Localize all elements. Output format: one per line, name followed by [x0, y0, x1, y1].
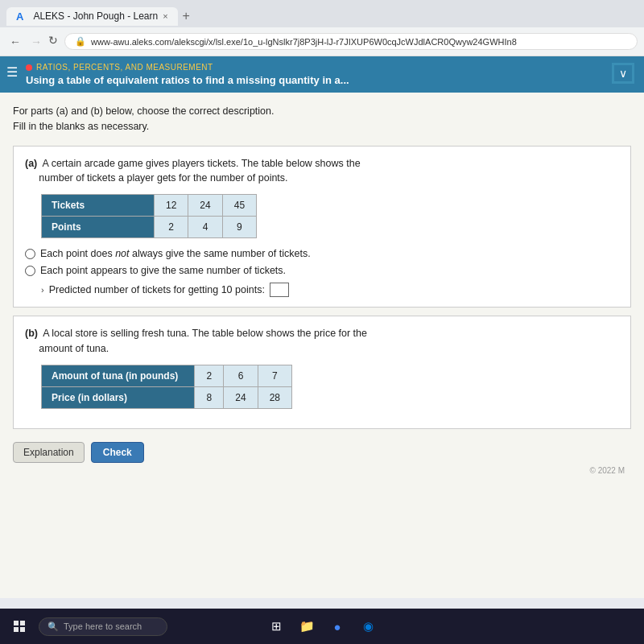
navigation-bar: ← → ↻ 🔒 www-awu.aleks.com/alekscgi/x/lsl… [0, 27, 644, 56]
tickets-val-3: 45 [222, 195, 256, 217]
tab-close-button[interactable]: × [163, 11, 167, 21]
bottom-buttons: Explanation Check [13, 437, 631, 466]
forward-button[interactable]: → [27, 34, 45, 50]
taskbar-search[interactable]: 🔍 Type here to search [39, 617, 167, 636]
main-content: For parts (a) and (b) below, choose the … [0, 93, 644, 598]
new-tab-button[interactable]: + [183, 9, 190, 23]
refresh-button[interactable]: ↻ [48, 34, 58, 50]
back-button[interactable]: ← [6, 34, 24, 50]
table-row-tickets: Tickets 12 24 45 [42, 195, 257, 217]
prediction-line: › Predicted number of tickets for gettin… [41, 283, 619, 297]
url-text: www-awu.aleks.com/alekscgi/x/lsl.exe/1o_… [91, 37, 517, 47]
part-b-section: (b) A local store is selling fresh tuna.… [13, 316, 631, 429]
header-title: Using a table of equivalent ratios to fi… [26, 74, 604, 86]
table-row-price: Price (in dollars) 8 24 28 [42, 386, 292, 408]
points-val-2: 4 [188, 217, 222, 238]
tuna-header: Amount of tuna (in pounds) [42, 365, 195, 386]
table-row-tuna: Amount of tuna (in pounds) 2 6 7 [42, 365, 292, 386]
tab-bar: A ALEKS - John Pough - Learn × + [0, 0, 644, 27]
tab-favicon: A [16, 10, 23, 23]
prediction-input[interactable] [270, 283, 289, 297]
arrow-bullet: › [41, 285, 44, 295]
check-button[interactable]: Check [91, 442, 144, 463]
price-val-2: 24 [224, 386, 258, 408]
edge-icon[interactable]: ◉ [357, 615, 379, 638]
tickets-table: Tickets 12 24 45 Points 2 4 9 [41, 194, 257, 238]
chevron-area: ∨ [612, 63, 634, 84]
tuna-val-2: 6 [224, 365, 258, 386]
search-icon: 🔍 [47, 621, 59, 632]
price-val-3: 28 [258, 386, 291, 408]
instructions-line1: For parts (a) and (b) below, choose the … [13, 104, 631, 119]
taskbar-center-icons: ⊞ 📁 ● ◉ [265, 615, 379, 638]
tickets-val-2: 24 [188, 195, 222, 217]
header-subtitle-text: RATIOS, PERCENTS, AND MEASUREMENT [36, 63, 213, 72]
start-button[interactable] [6, 613, 32, 639]
win-sq-1 [14, 621, 19, 625]
option-appears-text: Each point appears to give the same numb… [40, 265, 286, 276]
chrome-icon[interactable]: ● [326, 615, 349, 638]
page-content: ☰ RATIOS, PERCENTS, AND MEASUREMENT Usin… [0, 56, 644, 609]
radio-appears[interactable] [25, 266, 35, 276]
tuna-val-1: 2 [195, 365, 224, 386]
radio-not-always[interactable] [25, 249, 35, 259]
instructions: For parts (a) and (b) below, choose the … [13, 104, 631, 134]
active-tab[interactable]: A ALEKS - John Pough - Learn × [6, 7, 178, 26]
task-view-icon[interactable]: ⊞ [265, 615, 287, 638]
chevron-down-button[interactable]: ∨ [614, 65, 632, 81]
subtitle-dot [26, 64, 32, 71]
points-header: Points [42, 217, 155, 238]
price-header: Price (in dollars) [42, 386, 195, 408]
header-text-area: RATIOS, PERCENTS, AND MEASUREMENT Using … [26, 63, 604, 86]
search-placeholder: Type here to search [64, 621, 142, 631]
part-a-section: (a) A certain arcade game gives players … [13, 146, 631, 308]
tickets-val-1: 12 [155, 195, 188, 217]
tuna-val-3: 7 [258, 365, 291, 386]
nav-arrows: ← → ↻ [6, 34, 58, 50]
win-sq-3 [14, 627, 19, 632]
file-explorer-icon[interactable]: 📁 [295, 615, 318, 638]
win-sq-4 [20, 627, 25, 632]
windows-icon [14, 621, 25, 632]
tab-title: ALEKS - John Pough - Learn [33, 10, 158, 22]
instructions-line2: Fill in the blanks as necessary. [13, 119, 631, 134]
option-not-always-text: Each point does not always give the same… [40, 248, 311, 259]
part-b-label: (b) A local store is selling fresh tuna.… [25, 326, 619, 357]
tuna-table: Amount of tuna (in pounds) 2 6 7 Price (… [41, 365, 292, 409]
copyright-text: © 2022 M [13, 466, 631, 475]
price-val-1: 8 [195, 386, 224, 408]
option-not-always[interactable]: Each point does not always give the same… [25, 248, 619, 259]
header-subtitle: RATIOS, PERCENTS, AND MEASUREMENT [26, 63, 604, 72]
taskbar: 🔍 Type here to search ⊞ 📁 ● ◉ [0, 609, 644, 644]
part-a-label: (a) A certain arcade game gives players … [25, 156, 619, 187]
win-sq-2 [20, 621, 25, 625]
lock-icon: 🔒 [75, 36, 86, 47]
prediction-label: Predicted number of tickets for getting … [49, 284, 265, 295]
option-appears[interactable]: Each point appears to give the same numb… [25, 265, 619, 276]
hamburger-menu[interactable]: ☰ [6, 64, 18, 80]
explanation-button[interactable]: Explanation [13, 442, 85, 463]
points-val-3: 9 [222, 217, 256, 238]
aleks-header: ☰ RATIOS, PERCENTS, AND MEASUREMENT Usin… [0, 56, 644, 93]
table-row-points: Points 2 4 9 [42, 217, 257, 238]
address-bar[interactable]: 🔒 www-awu.aleks.com/alekscgi/x/lsl.exe/1… [64, 33, 638, 50]
points-val-1: 2 [155, 217, 188, 238]
part-a-heading: (a) [25, 158, 37, 169]
part-b-heading: (b) [25, 328, 38, 339]
tickets-header: Tickets [42, 195, 155, 217]
browser-window: A ALEKS - John Pough - Learn × + ← → ↻ 🔒… [0, 0, 644, 609]
